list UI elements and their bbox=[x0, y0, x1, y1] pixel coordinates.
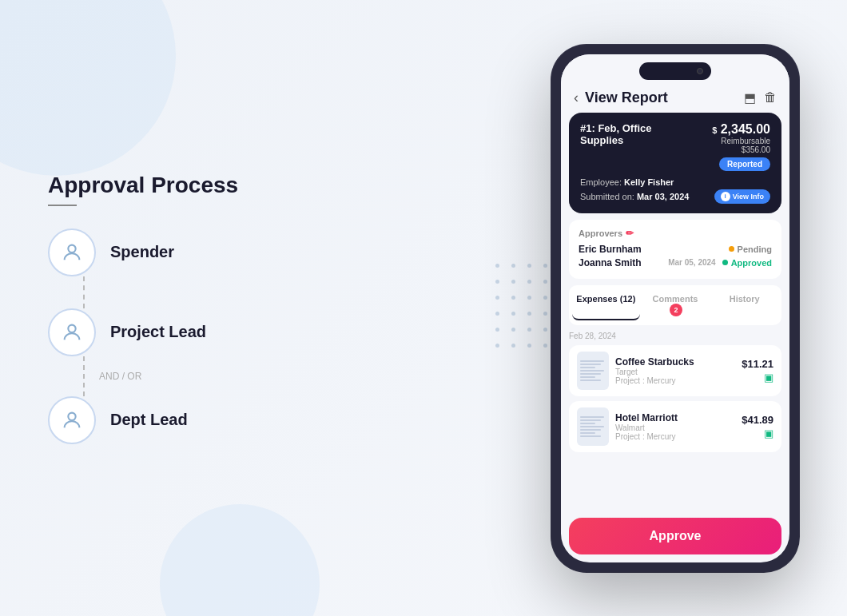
approver-name-0: Eric Burnham bbox=[579, 244, 642, 255]
left-panel: Approval Process Spender bbox=[48, 173, 238, 444]
phone-frame: ‹ View Report ⬒ 🗑 #1: Feb, Office Suppli… bbox=[551, 45, 799, 572]
and-or-label: AND / OR bbox=[96, 371, 141, 382]
expense-project-0: Project : Mercury bbox=[615, 376, 735, 385]
report-amount: $ 2,345.00 bbox=[693, 122, 770, 137]
tab-comments[interactable]: Comments 2 bbox=[642, 290, 710, 320]
expense-date: Feb 28, 2024 bbox=[569, 332, 781, 340]
receipt-icon-0: ▣ bbox=[764, 372, 773, 384]
expense-item-0[interactable]: Coffee Starbucks Target Project : Mercur… bbox=[569, 345, 781, 396]
scene: Approval Process Spender bbox=[0, 0, 847, 616]
report-card: #1: Feb, Office Supplies $ 2,345.00 Reim… bbox=[569, 113, 781, 213]
expense-amount-1: $41.89 bbox=[742, 414, 773, 426]
expense-info-1: Hotel Marriott Walmart Project : Mercury bbox=[615, 412, 735, 441]
step-dept-lead: Dept Lead bbox=[48, 396, 238, 444]
approvers-section: Approvers ✏ Eric Burnham Pending Joanna … bbox=[569, 220, 781, 279]
tab-expenses[interactable]: Expenses (12) bbox=[572, 290, 640, 320]
approver-row-1: Joanna Smith Mar 05, 2024 Approved bbox=[579, 257, 772, 268]
approve-button[interactable]: Approve bbox=[569, 518, 781, 554]
amount-value: 2,345.00 bbox=[721, 122, 770, 136]
spender-icon bbox=[48, 229, 96, 276]
status-dot-1 bbox=[722, 260, 728, 265]
project-lead-label: Project Lead bbox=[110, 323, 206, 341]
report-title: #1: Feb, Office Supplies bbox=[580, 122, 693, 146]
notch bbox=[639, 62, 711, 80]
svg-point-2 bbox=[68, 412, 75, 419]
divider bbox=[48, 205, 77, 206]
approver-status-1: Mar 05, 2024 Approved bbox=[668, 258, 772, 268]
approvers-title: Approvers ✏ bbox=[579, 228, 772, 239]
dot-grid bbox=[495, 264, 553, 353]
expense-project-1: Project : Mercury bbox=[615, 432, 735, 441]
expense-right-1: $41.89 ▣ bbox=[742, 414, 773, 439]
camera-dot bbox=[697, 68, 703, 74]
deco-circle-2 bbox=[160, 504, 320, 616]
receipt-thumb-0 bbox=[577, 352, 609, 390]
expense-list: Feb 28, 2024 bbox=[561, 330, 789, 513]
svg-point-0 bbox=[68, 244, 75, 252]
comments-badge: 2 bbox=[670, 304, 682, 316]
approver-status-0: Pending bbox=[729, 244, 772, 254]
expense-name-0: Coffee Starbucks bbox=[615, 356, 735, 368]
reported-badge: Reported bbox=[719, 157, 770, 171]
dept-lead-label: Dept Lead bbox=[110, 411, 188, 429]
expense-sub-0: Target bbox=[615, 368, 735, 376]
reimbursable: Reimbursable $356.00 bbox=[693, 137, 770, 154]
expense-item-1[interactable]: Hotel Marriott Walmart Project : Mercury… bbox=[569, 401, 781, 452]
deco-circle-1 bbox=[0, 0, 176, 176]
expense-name-1: Hotel Marriott bbox=[615, 412, 735, 423]
expense-amount-0: $11.21 bbox=[742, 358, 773, 370]
expense-info-0: Coffee Starbucks Target Project : Mercur… bbox=[615, 356, 735, 385]
tabs-bar: Expenses (12) Comments 2 History bbox=[569, 285, 781, 325]
app-header: ‹ View Report ⬒ 🗑 bbox=[561, 83, 789, 113]
svg-point-1 bbox=[68, 324, 75, 332]
approver-name-1: Joanna Smith bbox=[579, 257, 642, 268]
currency-symbol: $ bbox=[712, 125, 717, 135]
back-button[interactable]: ‹ bbox=[574, 89, 579, 106]
view-info-button[interactable]: i View Info bbox=[714, 189, 770, 204]
receipt-thumb-1 bbox=[577, 407, 609, 446]
share-icon[interactable]: ⬒ bbox=[744, 90, 756, 105]
notch-bar bbox=[561, 54, 789, 83]
expense-sub-1: Walmart bbox=[615, 423, 735, 432]
report-meta: Employee: Kelly Fisher Submitted on: Mar… bbox=[580, 177, 770, 204]
status-dot-0 bbox=[729, 246, 734, 252]
delete-icon[interactable]: 🗑 bbox=[764, 90, 777, 105]
expense-right-0: $11.21 ▣ bbox=[742, 358, 773, 384]
submitted-date: Mar 03, 2024 bbox=[637, 192, 689, 201]
dept-lead-icon bbox=[48, 396, 96, 444]
approval-steps: Spender Project Lead bbox=[48, 229, 238, 444]
project-lead-icon bbox=[48, 308, 96, 356]
step-spender: Spender bbox=[48, 229, 238, 276]
step-project-lead: Project Lead bbox=[48, 308, 238, 356]
spender-label: Spender bbox=[110, 243, 174, 261]
tab-history[interactable]: History bbox=[710, 290, 778, 320]
approval-title: Approval Process bbox=[48, 173, 238, 198]
employee-name: Kelly Fisher bbox=[624, 177, 674, 187]
approver-date-1: Mar 05, 2024 bbox=[668, 258, 716, 267]
receipt-icon-1: ▣ bbox=[764, 427, 773, 439]
approver-row-0: Eric Burnham Pending bbox=[579, 244, 772, 255]
app-title: View Report bbox=[585, 89, 744, 106]
header-icons: ⬒ 🗑 bbox=[744, 90, 777, 105]
phone-screen: ‹ View Report ⬒ 🗑 #1: Feb, Office Suppli… bbox=[561, 54, 789, 562]
edit-icon[interactable]: ✏ bbox=[626, 228, 634, 239]
